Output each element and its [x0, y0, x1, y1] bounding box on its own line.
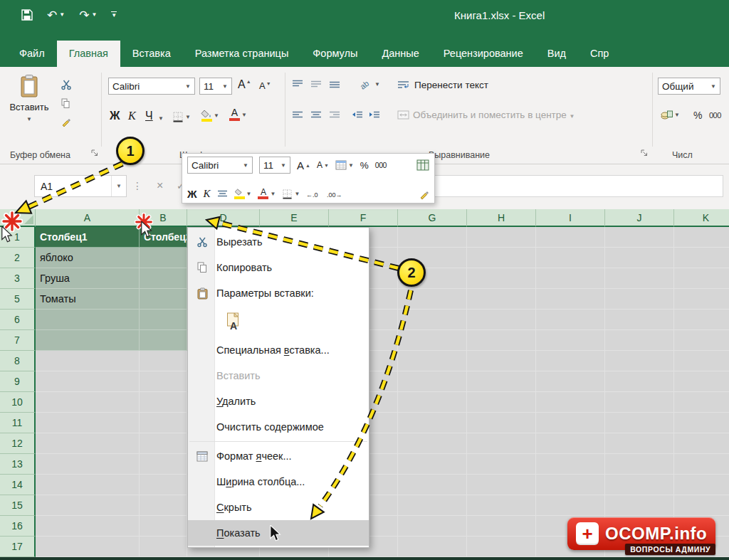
cell[interactable] — [140, 537, 187, 557]
cell[interactable] — [605, 268, 674, 289]
cell[interactable] — [605, 454, 674, 475]
cell[interactable] — [536, 289, 605, 310]
cell[interactable] — [467, 310, 536, 330]
mini-fill-color-icon[interactable]: ▼ — [234, 189, 252, 199]
cell[interactable] — [398, 454, 467, 475]
mini-increase-font-button[interactable]: А▲ — [297, 159, 310, 171]
menu-item-paste-option[interactable]: А — [188, 306, 369, 337]
cell[interactable] — [467, 371, 536, 392]
bold-button[interactable]: Ж — [110, 110, 120, 122]
cell[interactable] — [674, 454, 729, 475]
cell[interactable] — [536, 330, 605, 351]
alignment-dialog-launcher-icon[interactable] — [641, 147, 648, 159]
menu-item-6[interactable]: Удалить — [188, 389, 369, 414]
cell[interactable] — [467, 330, 536, 351]
increase-font-button[interactable]: А▲ — [238, 78, 251, 91]
fill-color-icon[interactable]: ▼ — [201, 110, 219, 122]
cell[interactable] — [36, 433, 140, 454]
italic-button[interactable]: К — [128, 110, 136, 122]
cell[interactable] — [536, 310, 605, 330]
cell[interactable] — [536, 248, 605, 268]
row-header-16[interactable]: 16 — [0, 516, 36, 537]
cell[interactable] — [398, 475, 467, 495]
cell[interactable] — [467, 289, 536, 310]
cell[interactable] — [398, 537, 467, 557]
cell[interactable]: яблоко — [36, 248, 140, 268]
namebox-resize-icon[interactable]: ⋮ — [132, 180, 142, 191]
number-format-combo[interactable]: Общий▼ — [658, 78, 720, 95]
cell[interactable] — [140, 495, 187, 516]
orientation-icon[interactable]: ab▼ — [360, 78, 380, 90]
cell[interactable] — [605, 330, 674, 351]
row-header-12[interactable]: 12 — [0, 433, 36, 454]
align-middle-icon[interactable] — [310, 80, 322, 88]
cell[interactable] — [140, 330, 187, 351]
mini-format-painter-icon[interactable] — [419, 189, 429, 199]
cell[interactable] — [536, 227, 605, 248]
cell[interactable] — [140, 392, 187, 413]
menu-item-11[interactable]: Скрыть — [188, 495, 369, 520]
align-center-icon[interactable] — [310, 111, 322, 120]
cell[interactable] — [605, 227, 674, 248]
align-bottom-icon[interactable] — [329, 80, 340, 88]
cell[interactable] — [36, 475, 140, 495]
cell[interactable] — [536, 413, 605, 433]
cell[interactable] — [674, 330, 729, 351]
paste-button[interactable]: Вставить ▼ — [9, 74, 50, 123]
cell[interactable] — [398, 351, 467, 371]
row-header-14[interactable]: 14 — [0, 475, 36, 495]
comma-style-button[interactable]: 000 — [709, 111, 721, 120]
increase-indent-icon[interactable] — [369, 111, 380, 120]
cell[interactable] — [674, 310, 729, 330]
align-right-icon[interactable] — [329, 111, 340, 120]
col-header-K[interactable]: K — [674, 209, 729, 227]
cell[interactable] — [36, 516, 140, 537]
tab-2[interactable]: Вставка — [120, 41, 183, 67]
cell[interactable] — [674, 392, 729, 413]
cell[interactable] — [467, 433, 536, 454]
cell[interactable] — [605, 433, 674, 454]
cell[interactable] — [140, 351, 187, 371]
cell[interactable]: Томаты — [36, 289, 140, 310]
cell[interactable]: Груша — [36, 268, 140, 289]
col-header-D[interactable]: D — [187, 209, 260, 227]
cell[interactable] — [467, 454, 536, 475]
menu-item-9[interactable]: Формат ячеек... — [188, 443, 369, 469]
col-header-E[interactable]: E — [260, 209, 329, 227]
cell[interactable] — [674, 268, 729, 289]
cell[interactable] — [36, 392, 140, 413]
cell[interactable] — [467, 537, 536, 557]
row-header-3[interactable]: 3 — [0, 268, 36, 289]
mini-bold-button[interactable]: Ж — [187, 188, 197, 200]
cell[interactable] — [398, 371, 467, 392]
wrap-text-button[interactable]: Перенести текст — [414, 80, 488, 90]
cell[interactable] — [467, 516, 536, 537]
cell[interactable] — [674, 227, 729, 248]
customize-qat-icon[interactable]: ▼ — [111, 11, 117, 19]
cell[interactable] — [674, 351, 729, 371]
underline-caret-icon[interactable]: ▼ — [158, 115, 164, 122]
cell[interactable] — [36, 371, 140, 392]
tab-7[interactable]: Вид — [535, 41, 578, 67]
cell[interactable] — [674, 475, 729, 495]
cell[interactable] — [536, 454, 605, 475]
cell[interactable] — [398, 433, 467, 454]
mini-font-color-icon[interactable]: А▼ — [258, 189, 276, 199]
underline-button[interactable]: Ч — [145, 110, 153, 122]
mini-borders-icon[interactable]: ▼ — [282, 189, 300, 199]
cell[interactable] — [467, 495, 536, 516]
cell[interactable] — [674, 433, 729, 454]
cell[interactable] — [674, 413, 729, 433]
cell[interactable] — [536, 495, 605, 516]
row-header-2[interactable]: 2 — [0, 248, 36, 268]
row-header-6[interactable]: 6 — [0, 310, 36, 330]
cell[interactable] — [36, 330, 140, 351]
cell[interactable] — [140, 475, 187, 495]
row-header-7[interactable]: 7 — [0, 330, 36, 351]
row-header-13[interactable]: 13 — [0, 454, 36, 475]
mini-decrease-font-button[interactable]: А▼ — [317, 160, 329, 170]
col-header-G[interactable]: G — [398, 209, 467, 227]
cell[interactable] — [467, 475, 536, 495]
tab-1[interactable]: Главная — [57, 41, 120, 67]
font-color-icon[interactable]: А▼ — [229, 108, 247, 121]
